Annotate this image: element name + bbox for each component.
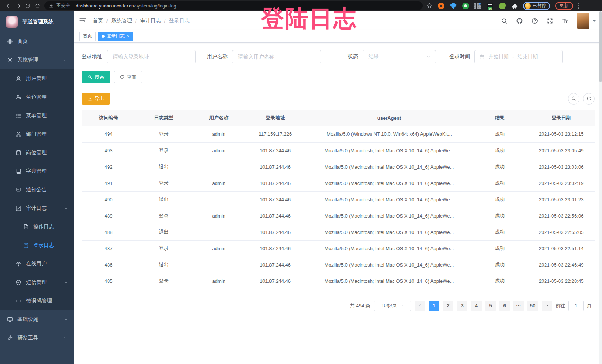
table-cell: 101.87.244.46 [246,208,305,224]
sidebar-item-角色管理[interactable]: 角色管理 [0,88,74,106]
user-menu[interactable] [577,13,596,29]
pagination-total: 共 494 条 [350,302,370,309]
help-icon[interactable] [531,17,538,24]
page-button-2[interactable]: 2 [443,301,453,311]
sidebar: 芋道管理系统 首页系统管理用户管理角色管理菜单管理部门管理岗位管理字典管理通知公… [0,11,74,364]
sidebar-item-岗位管理[interactable]: 岗位管理 [0,143,74,162]
extension-gem-icon[interactable] [450,3,457,9]
app-logo-row[interactable]: 芋道管理系统 [0,11,74,32]
table-cell: 2021-05-03 23:12:15 [528,126,595,142]
reset-button[interactable]: 重置 [114,71,142,83]
table-cell: 101.87.244.46 [246,175,305,191]
sidebar-item-字典管理[interactable]: 字典管理 [0,162,74,181]
app-logo [6,16,18,28]
page-button-3[interactable]: 3 [457,301,467,311]
sidebar-item-部门管理[interactable]: 部门管理 [0,125,74,143]
status-select[interactable]: 结果 [363,50,436,63]
login-address-input[interactable] [107,50,196,63]
next-page-button[interactable] [542,301,552,311]
url-domain: dashboard.yudao.iocoder.cn [76,3,134,9]
sidebar-item-label: 通知公告 [26,186,47,193]
search-icon [87,75,92,79]
table-cell: Mozilla/5.0 (Macintosh; Intel Mac OS X 1… [305,208,472,224]
page-button-50[interactable]: 50 [527,301,538,311]
sidebar-item-操作日志[interactable]: 操作日志 [0,218,74,236]
username-input[interactable] [232,50,321,63]
table-cell: 101.87.244.46 [246,257,305,273]
extension-plant-icon[interactable] [499,3,506,9]
sidebar-item-通知公告[interactable]: 通知公告 [0,181,74,199]
browser-back-icon[interactable] [4,1,13,11]
refresh-table-button[interactable] [583,93,595,105]
browser-reload-icon[interactable] [23,1,33,11]
login-time-range-picker[interactable]: 开始日期 - 结束日期 [474,50,563,63]
scrollbar-thumb[interactable] [599,11,602,82]
page-ellipsis[interactable]: ··· [513,301,524,311]
table-cell: Mozilla/5.0 (Macintosh; Intel Mac OS X 1… [305,159,472,175]
page-size-select[interactable]: 10条/页 [374,301,411,311]
page-button-6[interactable]: 6 [499,301,510,311]
page-scrollbar[interactable] [599,11,602,364]
sidebar-item-用户管理[interactable]: 用户管理 [0,69,74,88]
toggle-search-button[interactable] [568,93,579,105]
breadcrumb-audit[interactable]: 审计日志 [140,17,161,24]
browser-forward-icon[interactable] [13,1,23,11]
profile-paused-chip[interactable]: 已暂停 [523,2,550,10]
table-cell: 2021-05-03 23:03:06 [528,159,595,175]
github-icon[interactable] [516,17,523,24]
browser-home-icon[interactable] [33,1,42,11]
table-cell: 491 [82,175,135,191]
tab-close-icon[interactable]: × [127,34,129,39]
table-cell: 2021-05-03 22:46:49 [528,257,595,273]
extension-orange-icon[interactable] [438,3,444,9]
page-button-5[interactable]: 5 [485,301,496,311]
table-cell: 2021-05-03 23:02:19 [528,175,595,191]
table-cell: 登录 [135,240,192,257]
table-row: 487登录admin101.87.244.46Mozilla/5.0 (Maci… [82,240,595,257]
page-button-1[interactable]: 1 [429,301,439,311]
export-button[interactable]: 导出 [82,93,110,105]
bookmark-star-icon[interactable] [426,3,433,9]
sidebar-item-审计日志[interactable]: 审计日志 [0,199,74,218]
sidebar-item-系统管理[interactable]: 系统管理 [0,51,74,69]
breadcrumb-home[interactable]: 首页 [93,17,103,24]
header-search-icon[interactable] [501,17,508,24]
address-bar[interactable]: 不安全 dashboard.yudao.iocoder.cn/system/lo… [44,1,423,10]
extension-grid-icon[interactable] [474,3,481,9]
tab-login-log[interactable]: 登录日志 × [98,32,133,41]
search-button[interactable]: 搜索 [82,71,110,83]
table-cell: 101.87.244.46 [246,273,305,289]
status-placeholder: 结果 [368,53,379,60]
sidebar-item-label: 研发工具 [17,335,38,341]
sidebar-item-菜单管理[interactable]: 菜单管理 [0,106,74,125]
table-cell: 登录 [135,175,192,191]
table-cell: 489 [82,208,135,224]
browser-menu-icon[interactable] [577,2,581,10]
filter-address-label: 登录地址 [82,53,102,60]
extension-list-icon[interactable]: on [487,3,493,9]
goto-page-input[interactable] [568,301,584,311]
sidebar-item-label: 角色管理 [26,94,47,100]
page-button-4[interactable]: 4 [471,301,482,311]
hamburger-icon[interactable] [79,17,87,25]
breadcrumb-system[interactable]: 系统管理 [111,17,132,24]
infrastructure-icon [7,317,13,322]
sidebar-item-label: 短信管理 [26,279,47,286]
prev-page-button[interactable] [415,301,425,311]
extension-green-icon[interactable] [462,3,469,9]
sidebar-item-首页[interactable]: 首页 [0,32,74,51]
sidebar-item-短信管理[interactable]: 短信管理 [0,273,74,292]
tab-home[interactable]: 首页 [79,32,96,41]
sidebar-item-在线用户[interactable]: 在线用户 [0,255,74,273]
sidebar-item-登录日志[interactable]: 登录日志 [0,236,74,255]
sidebar-item-基础设施[interactable]: 基础设施 [0,310,74,329]
table-cell: 成功 [472,208,528,224]
browser-update-button[interactable]: 更新 [555,2,573,10]
table-cell: Mozilla/5.0 (Macintosh; Intel Mac OS X 1… [305,175,472,191]
sidebar-item-研发工具[interactable]: 研发工具 [0,329,74,347]
font-size-icon[interactable] [562,17,569,24]
extensions-puzzle-icon[interactable] [511,3,518,9]
fullscreen-icon[interactable] [546,17,553,24]
download-icon [87,96,92,101]
sidebar-item-错误码管理[interactable]: 错误码管理 [0,292,74,310]
